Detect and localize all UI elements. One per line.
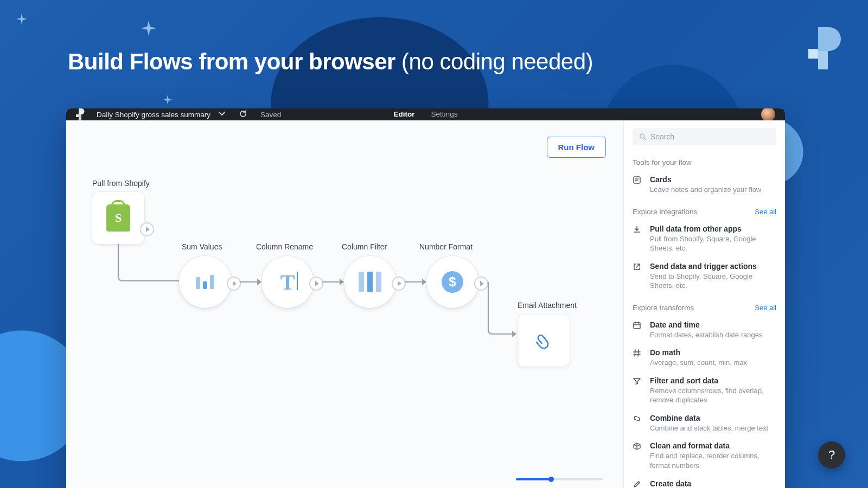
section-integrations-title: Explore integrations	[633, 208, 697, 216]
connector	[233, 279, 266, 290]
tool-desc: Remove columns/rows, find overlap, remov…	[650, 386, 776, 405]
dollar-icon: $	[442, 271, 463, 293]
columns-icon	[359, 272, 381, 292]
save-status: Saved	[260, 111, 281, 119]
text-icon: T	[280, 269, 295, 295]
tool-combine[interactable]: Combine data Combine and stack tables, m…	[633, 414, 776, 433]
node-label-filter: Column Filter	[342, 242, 387, 251]
tool-desc: Average, sum, count, min, max	[650, 358, 747, 368]
headline-strong: Build Flows from your browser	[68, 49, 395, 74]
tool-title: Combine data	[650, 414, 768, 422]
card-icon	[633, 176, 642, 195]
calendar-icon	[633, 321, 642, 340]
horizontal-scrollbar[interactable]	[516, 478, 603, 480]
download-icon	[633, 225, 642, 253]
svg-rect-5	[634, 177, 640, 183]
node-email-attachment[interactable]	[518, 314, 570, 367]
brand-logo-icon[interactable]	[76, 108, 85, 120]
tool-title: Send data and trigger actions	[650, 262, 776, 271]
tool-desc: Combine and stack tables, merge text	[650, 423, 768, 433]
tool-desc: Find and replace, reorder columns, forma…	[650, 451, 776, 470]
tool-title: Create data	[650, 479, 691, 488]
flow-canvas[interactable]: Run Flow Pull from Shopify S Sum Values	[66, 120, 623, 488]
refresh-icon[interactable]	[239, 110, 247, 120]
section-transforms-title: Explore transforms	[633, 304, 694, 312]
pencil-icon	[633, 480, 642, 488]
node-label-rename: Column Rename	[256, 242, 313, 251]
headline-light: (no coding needed)	[395, 49, 593, 74]
node-number-format[interactable]: $	[426, 256, 478, 308]
svg-rect-0	[808, 49, 818, 59]
help-button[interactable]: ?	[818, 441, 845, 468]
node-label-number: Number Format	[419, 242, 473, 251]
tab-settings[interactable]: Settings	[431, 110, 458, 119]
cube-icon	[633, 442, 642, 470]
app-window: Daily Shopify gross sales summary Saved …	[66, 108, 785, 488]
connector	[316, 279, 348, 290]
node-label-sum: Sum Values	[182, 242, 222, 251]
external-link-icon	[633, 262, 642, 291]
app-header: Daily Shopify gross sales summary Saved …	[66, 108, 785, 120]
hash-icon	[633, 349, 642, 368]
search-input[interactable]	[633, 128, 776, 145]
node-sum-values[interactable]	[179, 256, 231, 308]
tool-title: Do math	[650, 348, 747, 357]
paperclip-icon	[530, 327, 558, 355]
page-headline: Build Flows from your browser (no coding…	[68, 49, 593, 75]
node-label-pull: Pull from Shopify	[92, 179, 150, 188]
node-column-rename[interactable]: T	[261, 256, 314, 308]
funnel-icon	[633, 377, 642, 405]
question-icon: ?	[828, 448, 835, 462]
see-all-transforms[interactable]: See all	[755, 304, 776, 312]
tool-pull-data[interactable]: Pull data from other apps Pull from Shop…	[633, 224, 776, 253]
tool-send-data[interactable]: Send data and trigger actions Send to Sh…	[633, 262, 776, 291]
svg-rect-3	[79, 114, 81, 120]
tool-clean-format[interactable]: Clean and format data Find and replace, …	[633, 441, 776, 470]
play-icon[interactable]	[140, 222, 154, 236]
section-tools-title: Tools for your flow	[633, 158, 776, 166]
search-icon	[639, 133, 646, 140]
tool-title: Filter and sort data	[650, 376, 776, 385]
node-label-email: Email Attachment	[518, 301, 577, 310]
header-tabs: Editor Settings	[394, 108, 458, 120]
tool-title: Clean and format data	[650, 441, 776, 450]
node-column-filter[interactable]	[344, 256, 396, 308]
avatar[interactable]	[761, 108, 775, 121]
tool-title: Pull data from other apps	[650, 224, 776, 233]
svg-rect-2	[76, 114, 79, 117]
tool-cards[interactable]: Cards Leave notes and organize your flow	[633, 175, 776, 195]
svg-rect-1	[818, 49, 828, 69]
tool-create-data[interactable]: Create data	[633, 479, 776, 488]
see-all-integrations[interactable]: See all	[755, 208, 776, 216]
tool-desc: Pull from Shopify, Square, Google Sheets…	[650, 234, 776, 253]
shopify-icon: S	[106, 204, 130, 232]
svg-rect-6	[634, 323, 640, 329]
run-flow-button[interactable]: Run Flow	[547, 137, 607, 158]
connector	[398, 279, 431, 290]
chevron-down-icon[interactable]	[218, 110, 226, 119]
tool-do-math[interactable]: Do math Average, sum, count, min, max	[633, 348, 776, 368]
flow-name[interactable]: Daily Shopify gross sales summary	[97, 111, 210, 119]
tool-title: Cards	[650, 175, 761, 184]
search-field[interactable]	[650, 132, 770, 141]
link-icon	[633, 414, 642, 433]
tab-editor[interactable]: Editor	[394, 110, 415, 119]
bars-icon	[196, 275, 214, 289]
brand-logo-icon	[808, 27, 841, 69]
tool-filter-sort[interactable]: Filter and sort data Remove columns/rows…	[633, 376, 776, 405]
tool-desc: Leave notes and organize your flow	[650, 185, 761, 195]
tool-desc: Format dates, establish date ranges	[650, 330, 762, 340]
node-pull-shopify[interactable]: S	[92, 192, 144, 244]
sidebar: Tools for your flow Cards Leave notes an…	[623, 120, 785, 488]
tool-title: Date and time	[650, 320, 762, 329]
tool-desc: Send to Shopify, Square, Google Sheets, …	[650, 272, 776, 291]
tool-date-time[interactable]: Date and time Format dates, establish da…	[633, 320, 776, 340]
